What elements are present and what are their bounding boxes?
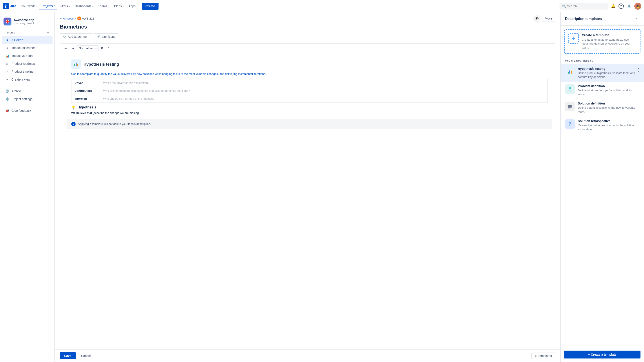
nav-projects[interactable]: Projects ▾	[39, 3, 57, 9]
template-item-solution-retrospective[interactable]: ? Solution retrospective Review the outc…	[561, 117, 644, 134]
template-preview-icon	[71, 59, 81, 69]
breadcrumb-all-ideas-link[interactable]: All ideas	[63, 17, 74, 20]
user-avatar[interactable]: 👩	[634, 3, 641, 10]
cancel-button[interactable]: Cancel	[78, 352, 94, 359]
sidebar-item-impact-effort[interactable]: 📊 Impact vs Effort	[2, 52, 52, 59]
table-value-driver: Who's the driver for this exploration?	[100, 79, 548, 87]
nav-links: Your work ▾ Projects ▾ Filters ▾ Dashboa…	[19, 3, 559, 10]
nav-apps[interactable]: Apps ▾	[126, 3, 140, 9]
sidebar-item-project-settings[interactable]: ⚙️ Project settings	[2, 95, 52, 103]
project-header: 🎯 Awesome app Discovery project	[0, 16, 54, 29]
impact-effort-icon: 📊	[5, 54, 9, 58]
templates-button[interactable]: ≡ Templates	[532, 353, 555, 359]
sidebar-item-impact-assessment[interactable]: ≡ Impact assesment	[2, 44, 52, 52]
sidebar-item-label: Product roadmap	[12, 62, 35, 65]
settings-icon[interactable]: ⚙️	[626, 3, 632, 9]
template-info-text: Applying a template will not delete your…	[78, 122, 151, 126]
sidebar-item-feedback[interactable]: 📣 Give feedback	[2, 107, 52, 114]
redo-button[interactable]: ↪	[70, 46, 76, 51]
watch-button[interactable]: 👁️	[533, 15, 540, 22]
sidebar-divider-2	[4, 105, 51, 105]
template-item-hypothesis-testing[interactable]: Hypothesis testing Define product hypoth…	[561, 64, 644, 82]
table-label-contributors: Contributors	[72, 87, 100, 95]
nav-plans[interactable]: Plans ▾	[112, 3, 126, 9]
breadcrumb-menu-icon: ≡	[60, 17, 62, 20]
issue-title: Biometrics	[60, 24, 555, 30]
nav-teams[interactable]: Teams ▾	[96, 3, 111, 9]
template-preview-description: Use this template to quantify the value …	[67, 72, 552, 79]
app-layout: 🎯 Awesome app Discovery project VIEWS + …	[0, 12, 644, 362]
template-item-problem-definition[interactable]: Problem definition Define what problem y…	[561, 82, 644, 99]
template-item-solution-definition[interactable]: Solution definition Define potential sol…	[561, 99, 644, 116]
create-button[interactable]: Create	[142, 3, 159, 10]
sidebar-archive-label: Archive	[12, 89, 22, 93]
svg-rect-6	[571, 71, 572, 74]
create-template-full-button[interactable]: + Create a template	[564, 351, 640, 359]
hypothesis-label: 💡 Hypothesis	[71, 105, 548, 110]
text-format-select[interactable]: Normal text ▾	[77, 45, 98, 51]
sidebar-item-label: Product timeline	[12, 70, 34, 73]
italic-button[interactable]: I	[106, 46, 110, 51]
text-format-label: Normal text	[79, 46, 94, 50]
cursor-line	[63, 56, 63, 59]
hypothesis-testing-info: Hypothesis testing Define product hypoth…	[578, 67, 640, 79]
all-ideas-icon: ≡	[5, 38, 9, 42]
editor-area: Biometrics 📎 Add attachment 🔗 Link issue…	[54, 24, 560, 350]
svg-rect-3	[77, 64, 78, 66]
table-value-contributors: Who are contributors helping define and …	[100, 87, 548, 95]
project-name: Awesome app	[14, 18, 51, 22]
save-button[interactable]: Save	[60, 352, 76, 359]
project-info: Awesome app Discovery project	[14, 18, 51, 25]
add-attachment-button[interactable]: 📎 Add attachment	[60, 33, 92, 40]
solution-retrospective-desc: Review the outcomes of a particular solu…	[578, 123, 640, 131]
views-label: VIEWS	[4, 30, 19, 35]
close-panel-button[interactable]: ×	[634, 16, 640, 22]
table-row: Contributors Who are contributors helpin…	[72, 87, 548, 95]
solution-definition-icon	[565, 102, 575, 111]
notifications-icon[interactable]: 🔔	[610, 3, 616, 9]
template-info-bar: i Applying a template will not delete yo…	[67, 119, 552, 129]
link-issue-button[interactable]: 🔗 Link issue	[94, 33, 118, 40]
create-template-plus-icon: +	[568, 33, 579, 44]
template-preview-card: Hypothesis testing Use this template to …	[66, 56, 552, 129]
sidebar: 🎯 Awesome app Discovery project VIEWS + …	[0, 12, 54, 362]
nav-dashboards[interactable]: Dashboards ▾	[72, 3, 96, 9]
help-icon[interactable]: ?	[618, 3, 624, 9]
solution-definition-name: Solution definition	[578, 102, 640, 105]
sidebar-item-product-roadmap[interactable]: ⊞ Product roadmap	[2, 60, 52, 67]
sidebar-item-create-view[interactable]: + Create a view	[2, 76, 52, 83]
svg-point-7	[569, 87, 571, 89]
problem-definition-desc: Define what problem you're solving and f…	[578, 88, 640, 96]
add-view-button[interactable]: +	[46, 30, 51, 35]
nav-your-work[interactable]: Your work ▾	[19, 3, 39, 9]
problem-definition-info: Problem definition Define what problem y…	[578, 84, 640, 96]
sidebar-item-product-timeline[interactable]: ≡ Product timeline	[2, 68, 52, 75]
sidebar-item-label: Impact assesment	[12, 46, 36, 50]
logo[interactable]: Jira	[3, 3, 16, 9]
solution-retrospective-info: Solution retrospective Review the outcom…	[578, 119, 640, 131]
right-panel-title: Description templates	[565, 17, 602, 21]
search-box[interactable]: 🔍	[560, 3, 608, 9]
svg-rect-2	[76, 63, 76, 66]
hypothesis-text: We believe that [describe the change we …	[71, 111, 548, 115]
problem-definition-name: Problem definition	[578, 84, 640, 88]
template-more-icon[interactable]: ⋮	[636, 67, 640, 72]
svg-rect-10	[568, 106, 572, 107]
sidebar-item-archive[interactable]: 🗑️ Archive	[2, 87, 52, 95]
project-icon: 🎯	[4, 17, 12, 25]
move-button[interactable]: Move	[542, 15, 555, 22]
bold-button[interactable]: B	[100, 46, 105, 51]
right-panel: Description templates × + Create a templ…	[560, 12, 644, 362]
nav-filters[interactable]: Filters ▾	[58, 3, 72, 9]
breadcrumb-issue-label: AWE-222	[82, 17, 94, 20]
editor-content: Hypothesis testing Use this template to …	[66, 56, 552, 129]
table-label-driver: Driver	[72, 79, 100, 87]
sidebar-item-all-ideas[interactable]: ≡ All ideas	[2, 36, 52, 44]
templates-library-label: TEMPLATES LIBRARY	[561, 57, 644, 64]
breadcrumb-issue: 🎯 AWE-222	[77, 16, 94, 20]
search-input[interactable]	[567, 4, 606, 8]
breadcrumb-actions: 👁️ Move	[533, 15, 555, 22]
undo-button[interactable]: ↩	[63, 46, 69, 51]
create-template-card[interactable]: + Create a template Create a template to…	[564, 29, 640, 54]
template-preview-header: Hypothesis testing	[67, 56, 552, 72]
